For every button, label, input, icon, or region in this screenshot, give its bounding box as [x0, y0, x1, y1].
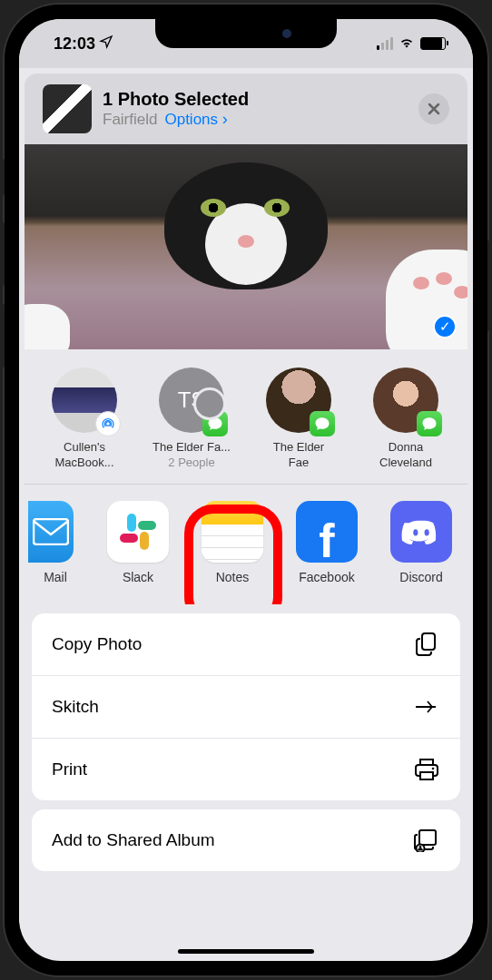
screen: 12:03 1 Photo Selected Fairfield [19, 19, 473, 961]
app-label: Facebook [288, 570, 366, 584]
svg-rect-1 [34, 519, 68, 544]
apps-row[interactable]: Mail Slack Notes f Facebook [25, 484, 467, 604]
print-icon [413, 756, 440, 783]
share-sheet-header: 1 Photo Selected Fairfield Options › [25, 74, 467, 144]
home-indicator[interactable] [178, 949, 314, 954]
contact-avatar [373, 368, 438, 433]
side-button [487, 240, 491, 331]
mail-icon [28, 501, 74, 563]
airdrop-icon [95, 411, 121, 436]
close-button[interactable] [418, 93, 449, 124]
svg-point-6 [432, 767, 435, 769]
group-avatar: TS [159, 368, 224, 433]
contact-label: The ElderFae [251, 440, 346, 471]
status-time: 12:03 [54, 34, 95, 54]
messages-icon [202, 411, 228, 436]
app-notes[interactable]: Notes [193, 501, 271, 584]
app-facebook[interactable]: f Facebook [288, 501, 366, 584]
macbook-avatar [52, 368, 117, 433]
messages-icon [310, 411, 335, 436]
location-icon [99, 34, 113, 53]
svg-rect-7 [419, 830, 436, 845]
messages-icon [417, 411, 442, 436]
copy-icon [413, 631, 440, 658]
discord-icon [390, 501, 452, 563]
contact-label: The Elder Fa... [144, 440, 239, 456]
cat-photo-content [155, 153, 337, 299]
action-print[interactable]: Print [32, 739, 460, 800]
phone-frame: 12:03 1 Photo Selected Fairfield [5, 5, 487, 975]
battery-icon [420, 37, 446, 50]
options-link[interactable]: Options › [164, 110, 227, 129]
contact-label: DonnaCleveland [359, 440, 453, 471]
notes-icon [202, 501, 263, 563]
app-label: Mail [28, 570, 83, 584]
svg-point-9 [419, 846, 422, 848]
action-list: Copy Photo Skitch Print [32, 613, 460, 800]
volume-down [1, 304, 5, 368]
app-label: Slack [99, 570, 177, 584]
notch [155, 19, 337, 48]
svg-point-0 [106, 422, 111, 426]
header-title: 1 Photo Selected [103, 89, 408, 110]
contact-donna[interactable]: DonnaCleveland [359, 368, 453, 471]
contact-elder-fae[interactable]: The ElderFae [251, 368, 346, 471]
action-label: Skitch [52, 697, 99, 717]
app-mail[interactable]: Mail [28, 501, 83, 584]
action-label: Copy Photo [52, 634, 142, 654]
contact-sublabel: 2 People [144, 456, 239, 469]
action-add-shared-album[interactable]: Add to Shared Album [32, 809, 460, 871]
facebook-icon: f [296, 501, 358, 563]
app-label: Discord [382, 570, 460, 584]
action-list-2: Add to Shared Album [32, 809, 460, 871]
action-label: Add to Shared Album [52, 830, 215, 850]
action-label: Print [52, 760, 87, 779]
contact-elder-group[interactable]: TS The Elder Fa... 2 People [144, 368, 239, 471]
cellular-icon [377, 37, 393, 50]
action-skitch[interactable]: Skitch [32, 676, 460, 739]
svg-rect-4 [420, 760, 433, 765]
chevron-right-icon: › [222, 110, 228, 128]
app-discord[interactable]: Discord [382, 501, 460, 584]
slack-icon [107, 501, 169, 563]
close-icon [428, 103, 440, 115]
app-label: Notes [193, 570, 271, 584]
selection-checkmark-icon[interactable]: ✓ [433, 315, 457, 338]
header-location: Fairfield [103, 111, 157, 129]
action-copy-photo[interactable]: Copy Photo [32, 613, 460, 676]
photo-preview[interactable]: ✓ [25, 144, 467, 349]
svg-rect-2 [422, 633, 435, 650]
contact-cullens-macbook[interactable]: Cullen'sMacBook... [37, 368, 132, 471]
wifi-icon [399, 34, 415, 54]
app-slack[interactable]: Slack [99, 501, 177, 584]
mute-switch [1, 159, 5, 195]
contacts-row[interactable]: Cullen'sMacBook... TS The Elder Fa... 2 … [25, 349, 467, 484]
contact-avatar [266, 368, 331, 433]
svg-rect-5 [420, 772, 433, 779]
selected-photo-thumbnail[interactable] [43, 84, 92, 133]
shared-album-icon [413, 827, 440, 854]
contact-label: Cullen'sMacBook... [37, 440, 132, 471]
skitch-icon [413, 693, 440, 720]
volume-up [1, 222, 5, 286]
